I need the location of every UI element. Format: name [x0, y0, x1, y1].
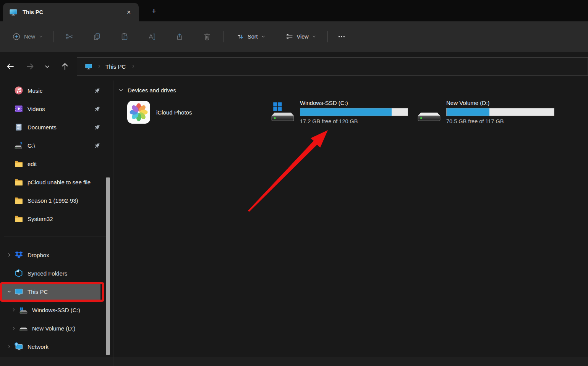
breadcrumb-this-pc[interactable]: This PC	[105, 63, 126, 70]
command-bar: New	[0, 21, 588, 52]
sidebar-scrollbar[interactable]	[106, 177, 110, 355]
sidebar-item-label: Network	[28, 343, 49, 350]
rename-icon	[147, 32, 157, 41]
sidebar-item-label: edit	[28, 161, 37, 167]
view-button[interactable]: View	[280, 29, 321, 45]
chevron-down-icon	[44, 63, 50, 70]
drive-icon	[416, 102, 442, 122]
item-name: Windows-SSD (C:)	[300, 100, 408, 106]
sidebar-item-season1[interactable]: Season 1 (1992-93)	[0, 191, 100, 210]
sidebar-item-dropbox[interactable]: Dropbox	[0, 246, 100, 264]
up-button[interactable]	[57, 58, 73, 74]
file-explorer-window: This PC ✕ + New	[0, 0, 588, 366]
tab-title: This PC	[23, 9, 43, 15]
close-tab-icon[interactable]: ✕	[123, 7, 134, 18]
sidebar-item-edit[interactable]: edit	[0, 155, 100, 173]
sidebar-divider	[4, 237, 108, 237]
sidebar-item-label: G:\	[28, 142, 35, 149]
sidebar-item-pcloud[interactable]: pCloud unable to see file	[0, 173, 100, 191]
paste-icon	[120, 32, 129, 41]
sidebar-item-windows-ssd[interactable]: Windows-SSD (C:)	[0, 301, 100, 319]
content-pane: Devices and drives	[113, 81, 588, 357]
back-button[interactable]	[2, 58, 18, 74]
folder-icon	[14, 177, 23, 187]
collapse-chevron-icon[interactable]	[118, 88, 123, 93]
expand-chevron-icon[interactable]	[8, 326, 19, 331]
more-options-button[interactable]	[333, 28, 350, 45]
expand-chevron-icon[interactable]	[4, 344, 14, 349]
item-windows-ssd-c[interactable]: Windows-SSD (C:) 17.2 GB free of 120 GB	[270, 100, 408, 124]
documents-icon	[14, 123, 23, 132]
sidebar-item-this-pc[interactable]: This PC	[0, 282, 100, 301]
delete-button[interactable]	[199, 28, 215, 45]
plus-circle-icon	[12, 32, 21, 41]
copy-button[interactable]	[89, 28, 105, 45]
item-icloud-photos[interactable]: iCloud Photos	[127, 100, 192, 125]
item-name: iCloud Photos	[156, 109, 192, 116]
sort-button[interactable]: Sort	[231, 29, 271, 45]
pin-icon	[94, 124, 100, 131]
free-space-label: 70.5 GB free of 117 GB	[446, 118, 554, 124]
item-name: New Volume (D:)	[446, 100, 554, 106]
cut-button[interactable]	[61, 28, 78, 45]
chevron-down-icon	[312, 34, 316, 39]
section-devices-and-drives[interactable]: Devices and drives	[118, 87, 176, 94]
navigation-bar: This PC	[0, 52, 588, 81]
paste-button[interactable]	[116, 28, 133, 45]
explorer-tab[interactable]: This PC ✕	[3, 3, 139, 21]
forward-button[interactable]	[22, 58, 38, 74]
sidebar-item-label: Dropbox	[28, 252, 49, 258]
expand-chevron-icon[interactable]	[8, 308, 19, 312]
sidebar-item-g-drive[interactable]: ? G:\	[0, 136, 100, 155]
forward-icon	[26, 62, 35, 71]
pin-icon	[94, 106, 100, 112]
view-icon	[285, 32, 294, 41]
sidebar-item-documents[interactable]: Documents	[0, 118, 100, 136]
sidebar-item-system32[interactable]: System32	[0, 210, 100, 228]
chevron-down-icon	[39, 34, 43, 39]
expand-chevron-icon[interactable]	[4, 253, 14, 257]
folder-icon	[14, 214, 23, 223]
sidebar-item-label: System32	[28, 216, 53, 222]
sidebar-item-label: New Volume (D:)	[32, 325, 75, 332]
sidebar-item-label: pCloud unable to see file	[28, 179, 91, 185]
sidebar-item-label: Synced Folders	[28, 270, 67, 277]
sort-label: Sort	[248, 34, 258, 40]
status-bar	[0, 357, 588, 366]
monitor-icon	[85, 63, 92, 70]
sidebar-item-videos[interactable]: Videos	[0, 100, 100, 118]
sidebar-item-label: Documents	[28, 124, 57, 131]
share-icon	[175, 32, 184, 41]
videos-icon	[14, 104, 23, 113]
delete-icon	[202, 32, 212, 41]
new-tab-button[interactable]: +	[147, 5, 160, 18]
synced-folders-icon	[14, 269, 23, 278]
breadcrumb-chevron-icon[interactable]	[131, 64, 136, 69]
recent-locations-button[interactable]	[39, 58, 55, 74]
share-button[interactable]	[171, 28, 188, 45]
drive-question-icon: ?	[14, 141, 23, 150]
toolbar-separator	[223, 31, 224, 42]
sidebar-item-label: Windows-SSD (C:)	[32, 307, 80, 313]
sidebar-item-label: Videos	[28, 106, 45, 112]
address-bar[interactable]: This PC	[77, 57, 588, 76]
folder-icon	[14, 159, 23, 168]
sidebar-item-label: Music	[28, 87, 42, 94]
collapse-chevron-icon[interactable]	[4, 289, 14, 294]
navigation-pane: Music	[0, 81, 113, 357]
icloud-photos-icon	[127, 101, 150, 124]
chevron-down-icon	[261, 34, 266, 39]
sidebar-item-synced-folders[interactable]: Synced Folders	[0, 264, 100, 282]
toolbar-separator	[53, 31, 53, 42]
breadcrumb-chevron-icon[interactable]	[97, 64, 102, 69]
rename-button[interactable]	[144, 28, 160, 45]
copy-icon	[92, 32, 102, 41]
cut-icon	[65, 32, 74, 41]
sidebar-item-music[interactable]: Music	[0, 81, 100, 100]
new-button[interactable]: New	[8, 29, 48, 44]
item-new-volume-d[interactable]: New Volume (D:) 70.5 GB free of 117 GB	[416, 100, 554, 124]
capacity-bar	[300, 108, 408, 116]
sidebar-item-new-volume[interactable]: New Volume (D:)	[0, 319, 100, 337]
pane-separator	[113, 357, 114, 366]
sidebar-item-network[interactable]: Network	[0, 337, 100, 356]
